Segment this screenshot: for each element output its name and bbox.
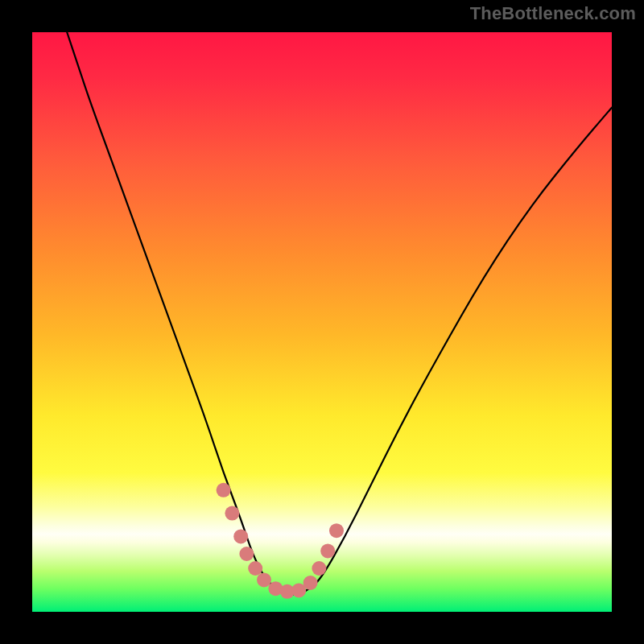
- chart-frame: TheBottleneck.com: [0, 0, 644, 644]
- highlight-dots: [217, 483, 344, 599]
- highlight-dot: [320, 543, 335, 558]
- bottleneck-curve: [67, 32, 612, 594]
- highlight-dot: [303, 576, 318, 590]
- highlight-dot: [248, 561, 262, 576]
- highlight-dot: [257, 572, 271, 587]
- curve-layer: [32, 32, 612, 612]
- highlight-dot: [239, 547, 254, 561]
- plot-area: [32, 32, 612, 612]
- highlight-dot: [329, 523, 344, 538]
- highlight-dot: [312, 561, 326, 576]
- highlight-dot: [225, 506, 239, 521]
- highlight-dot: [233, 529, 248, 543]
- watermark-text: TheBottleneck.com: [470, 3, 636, 24]
- highlight-dot: [217, 483, 231, 497]
